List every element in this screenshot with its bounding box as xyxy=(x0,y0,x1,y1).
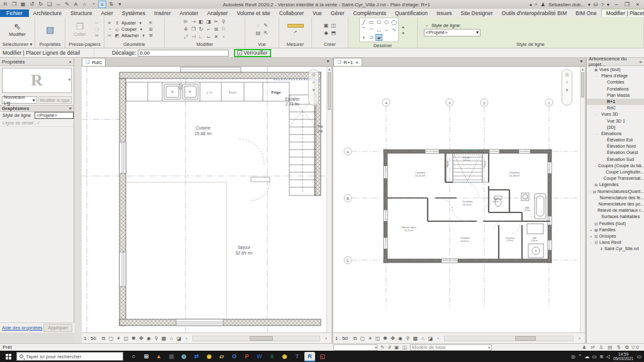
ribbon-tab[interactable]: Analyser xyxy=(203,9,232,17)
view-tab-r1[interactable]: ❏ R+1 × xyxy=(333,58,362,66)
app-store-icon[interactable]: ⛁ xyxy=(594,2,598,8)
copy-clipboard-icon[interactable]: ❏ xyxy=(94,26,100,32)
status-right-icon[interactable]: ⇄ xyxy=(589,344,596,350)
status-right-icon[interactable]: ♙ xyxy=(598,344,605,350)
demolish-icon[interactable]: ⚒ xyxy=(148,33,154,38)
ribbon-tab[interactable]: BIM One xyxy=(571,9,601,17)
ruler-icon[interactable] xyxy=(287,24,304,28)
r1-canvas[interactable]: Chambre14.01 m²Escalier4.01 m²Chambre10.… xyxy=(333,67,580,332)
tree-item[interactable]: {3D} xyxy=(587,124,644,131)
nav-menu-icon[interactable]: ▾ xyxy=(565,87,568,93)
r1-horizontal-scrollbar[interactable] xyxy=(444,336,574,341)
taskbar-app-icon[interactable]: O xyxy=(229,352,240,361)
draw-scroll-down-icon[interactable]: ▾ xyxy=(400,30,406,36)
ribbon-tab[interactable]: Quantification xyxy=(391,9,432,17)
tree-item[interactable]: ▤ Légendes xyxy=(587,182,644,188)
modify-tool-icon[interactable]: ↻ xyxy=(197,26,204,33)
view-control-icon[interactable]: ⧉ xyxy=(352,335,358,342)
taskbar-app-icon[interactable]: P xyxy=(242,352,252,361)
create-tool-icon[interactable]: ◫ xyxy=(330,22,337,29)
view-control-icon[interactable]: ◫ xyxy=(123,335,130,342)
view-control-icon[interactable]: ⌂ xyxy=(419,335,426,342)
modify-tool-icon[interactable]: ◨ xyxy=(205,18,212,25)
taskbar-app-icon[interactable]: ▣ xyxy=(166,352,177,361)
modify-tool-icon[interactable]: ⌐ xyxy=(205,26,212,33)
measure-arrow-icon[interactable]: ↗ xyxy=(292,29,299,35)
qat-icon[interactable]: ▦ xyxy=(19,1,27,8)
tree-item[interactable]: Coupe Transversal... xyxy=(587,175,644,182)
ajuster-item[interactable]: Ajuster xyxy=(121,20,136,26)
ribbon-tab[interactable]: Outils d'interopérabilité BIM xyxy=(497,9,572,17)
tree-item[interactable]: Élévation Nord xyxy=(587,143,644,150)
tree-item[interactable]: Vue 3D 1 xyxy=(587,118,644,124)
rdc-scale[interactable]: 1 : 50 xyxy=(84,336,96,341)
qat-icon[interactable]: ≡ xyxy=(98,1,106,8)
view-tool-icon[interactable]: ▤ xyxy=(255,30,262,36)
modify-tool-icon[interactable]: ◧ xyxy=(197,18,204,25)
filter-count[interactable]: ▽:0 xyxy=(630,344,640,350)
zoom-icon[interactable]: ⌕ xyxy=(565,79,568,85)
tree-item[interactable]: Nomenclature des po... xyxy=(587,201,644,207)
zoom-icon[interactable]: ⌕ xyxy=(312,79,314,85)
tree-item[interactable]: + ▦ Familles xyxy=(587,227,644,233)
rdc-canvas[interactable]: Cuisine15.88 m²Escalier2.73 m²Séjour32.6… xyxy=(82,67,326,332)
search-back-icon[interactable]: ◂ xyxy=(529,2,531,8)
draw-scroll-up-icon[interactable]: ▴ xyxy=(400,24,406,30)
modify-tool-icon[interactable]: ❐ xyxy=(190,26,197,33)
steering-wheel-icon[interactable]: ◎ xyxy=(311,72,316,77)
view-control-icon[interactable]: ⚲ xyxy=(153,335,160,342)
view-control-icon[interactable]: ☀ xyxy=(367,335,374,342)
view-control-icon[interactable]: ◪ xyxy=(175,335,182,342)
modify-button[interactable]: ⇖ Modifier xyxy=(5,21,30,37)
workset-combo[interactable]: ▾ xyxy=(333,344,377,351)
apply-button[interactable]: Appliquer xyxy=(43,324,72,332)
lock-checkbox[interactable]: ✓ xyxy=(237,50,242,55)
modify-tool-icon[interactable]: ⚐ xyxy=(220,26,227,33)
scroll-right-icon[interactable]: › xyxy=(323,335,330,342)
tree-item[interactable]: - Plans d'étage xyxy=(587,73,644,79)
view-control-icon[interactable]: ◉ xyxy=(397,335,404,342)
create-tool-icon[interactable]: ◆ xyxy=(323,30,330,36)
tree-item[interactable]: - ▣ Vues (tout) xyxy=(587,67,644,73)
view-control-icon[interactable]: ‹ xyxy=(183,335,190,342)
tree-item[interactable]: - ⛓ Liens Revit xyxy=(587,239,644,246)
start-button[interactable] xyxy=(0,351,16,362)
help-chevron-icon[interactable]: ▾ xyxy=(607,2,609,8)
ribbon-tab[interactable]: Fichier xyxy=(0,9,29,17)
view-control-icon[interactable]: ▩ xyxy=(412,335,419,342)
paste-button[interactable]: ❐ Coller xyxy=(67,21,92,37)
cope-icon[interactable]: ✕ xyxy=(106,20,113,26)
view-control-icon[interactable]: ⚲ xyxy=(404,335,411,342)
view-control-icon[interactable]: ☀ xyxy=(115,335,122,342)
group-collapse-icon[interactable]: « xyxy=(69,106,72,111)
ribbon-tab[interactable]: Site Designer xyxy=(457,9,497,17)
nav-menu-icon[interactable]: ▾ xyxy=(312,87,314,93)
modify-tool-icon[interactable]: ⤢ xyxy=(182,33,189,40)
draw-tool-icon[interactable]: ◖ xyxy=(360,34,367,41)
tab-list-icon[interactable]: ▼ xyxy=(326,59,330,63)
draw-tool-icon[interactable]: ⬠ xyxy=(375,19,382,26)
taskbar-clock[interactable]: 14:59 05/03/2021 xyxy=(613,352,634,361)
view-tool-icon[interactable]: ◌ xyxy=(255,22,262,29)
rdc-horizontal-scrollbar[interactable] xyxy=(192,336,320,341)
tree-item[interactable]: Élévation Est xyxy=(587,137,644,143)
view-control-icon[interactable]: ▢ xyxy=(108,335,114,342)
tree-item[interactable]: ▥ Feuilles (tout) xyxy=(587,221,644,227)
edit-type-button[interactable]: Modifier le type xyxy=(38,96,72,104)
modify-tool-icon[interactable]: › xyxy=(220,33,227,40)
status-right-icon[interactable]: ▤ xyxy=(606,344,613,350)
wall-join-icon[interactable]: ⊞ xyxy=(148,26,154,32)
draw-tool-icon[interactable]: ⌒ xyxy=(360,26,367,33)
tree-item[interactable]: Coupe Longitudin... xyxy=(587,169,644,175)
tray-icon[interactable]: ⌃ xyxy=(578,354,582,359)
category-combo[interactable]: Nouveaux Lig▾ xyxy=(2,96,37,104)
view-control-icon[interactable]: ◪ xyxy=(427,335,434,342)
ribbon-tab[interactable]: Insérer xyxy=(150,9,175,17)
line-style-combo[interactable]: <Projeté> ▾ xyxy=(424,29,480,36)
qat-icon[interactable]: R xyxy=(1,1,9,8)
close-button[interactable]: × xyxy=(634,1,641,8)
qat-icon[interactable]: ◔ xyxy=(89,1,97,8)
taskbar-app-icon[interactable]: ▲ xyxy=(153,352,164,361)
taskbar-app-icon[interactable]: ▱ xyxy=(216,352,227,361)
view-control-icon[interactable]: ⌂ xyxy=(168,335,175,342)
